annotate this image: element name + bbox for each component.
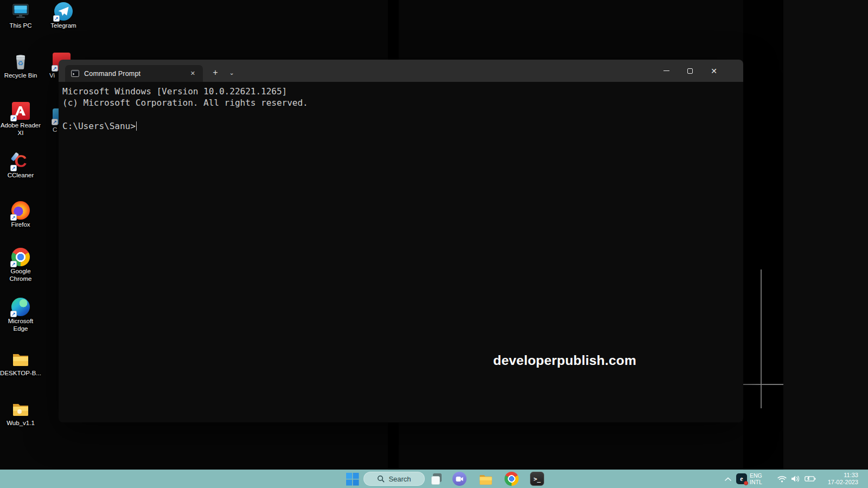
icon-label: Telegram [43, 22, 84, 30]
desktop-icon-google-chrome[interactable]: ↗ Google Chrome [0, 248, 41, 282]
close-button[interactable]: ✕ [702, 60, 726, 82]
desktop-icon-this-pc[interactable]: This PC [0, 2, 41, 30]
wifi-button[interactable] [776, 470, 788, 488]
folder-icon [11, 350, 30, 368]
task-view-icon [431, 473, 442, 485]
maximize-button[interactable] [678, 60, 702, 82]
minimize-button[interactable] [654, 60, 678, 82]
close-icon: ✕ [711, 67, 717, 75]
tray-time: 11:33 [828, 472, 858, 479]
wallpaper-crosshair-horizontal-line [740, 384, 783, 385]
shortcut-arrow-icon: ↗ [52, 119, 58, 125]
folder-icon [11, 400, 30, 418]
task-view-button[interactable] [425, 470, 447, 488]
chat-button[interactable] [449, 470, 470, 488]
shortcut-arrow-icon: ↗ [10, 165, 17, 171]
icon-label: Recycle Bin [0, 72, 41, 80]
desktop-icon-telegram[interactable]: ↗ Telegram [43, 2, 84, 30]
terminal-line: Microsoft Windows [Version 10.0.22621.12… [62, 86, 743, 98]
shortcut-arrow-icon: ↗ [10, 115, 17, 121]
icon-label: This PC [0, 22, 41, 30]
battery-button[interactable] [803, 470, 817, 488]
terminal-line: (c) Microsoft Corporation. All rights re… [62, 98, 743, 109]
minimize-icon [663, 70, 669, 71]
chrome-icon: ↗ [11, 248, 30, 266]
chat-icon [452, 472, 467, 486]
icon-label: Vi [49, 72, 55, 79]
shortcut-arrow-icon: ↗ [53, 15, 60, 22]
taskbar: Search >_ e [0, 470, 868, 488]
svg-text:♻: ♻ [18, 60, 24, 67]
shortcut-arrow-icon: ↗ [52, 65, 58, 72]
icon-label: CCleaner [0, 172, 41, 179]
search-icon [377, 475, 385, 483]
desktop-icon-folder-desktop-b[interactable]: DESKTOP-B... [0, 350, 41, 377]
search-box[interactable]: Search [363, 472, 425, 486]
terminal-content[interactable]: Microsoft Windows [Version 10.0.22621.12… [59, 82, 743, 422]
terminal-blank-line [62, 108, 743, 120]
watermark-text: developerpublish.com [493, 353, 636, 368]
firefox-icon: ↗ [11, 201, 30, 220]
cmd-tab-icon [71, 69, 79, 78]
icon-label: C [53, 126, 57, 133]
this-pc-icon [11, 2, 30, 21]
new-tab-button[interactable]: + [208, 65, 222, 80]
terminal-prompt-line: C:\Users\Sanu> [62, 120, 743, 132]
volume-button[interactable] [789, 470, 801, 488]
wifi-icon [777, 476, 787, 483]
tab-command-prompt[interactable]: Command Prompt ✕ [65, 65, 203, 82]
terminal-titlebar[interactable]: Command Prompt ✕ + ⌄ ✕ [59, 60, 743, 82]
icon-label: DESKTOP-B... [0, 370, 41, 377]
language-line2: INTL [750, 479, 762, 485]
tray-date: 17-02-2023 [828, 479, 858, 486]
shortcut-arrow-icon: ↗ [10, 214, 17, 221]
shortcut-arrow-icon: ↗ [10, 311, 17, 317]
shortcut-arrow-icon: ↗ [10, 261, 17, 267]
desktop-icon-ccleaner[interactable]: C ↗ CCleaner [0, 152, 41, 179]
telegram-icon: ↗ [54, 2, 73, 21]
wallpaper-right-band [783, 0, 868, 470]
chrome-taskbar-button[interactable] [501, 470, 522, 488]
desktop-icon-recycle-bin[interactable]: ♻ Recycle Bin [0, 52, 41, 80]
language-line1: ENG [750, 472, 762, 479]
maximize-icon [687, 68, 693, 74]
desktop-icon-microsoft-edge[interactable]: ↗ Microsoft Edge [0, 298, 41, 332]
tray-overflow-button[interactable] [722, 470, 735, 488]
file-explorer-icon [478, 472, 493, 486]
chrome-icon [505, 472, 519, 486]
icon-label: Google Chrome [0, 268, 41, 282]
terminal-prompt: C:\Users\Sanu> [62, 121, 136, 131]
search-label: Search [388, 475, 411, 483]
desktop-icon-firefox[interactable]: ↗ Firefox [0, 201, 41, 229]
wallpaper-crosshair-vertical-line [761, 269, 762, 408]
clock[interactable]: 11:33 17-02-2023 [828, 470, 858, 488]
desktop-icon-adobe-reader[interactable]: ↗ Adobe Reader XI [0, 102, 41, 137]
edge-icon: ↗ [11, 298, 30, 316]
language-indicator[interactable]: ENG INTL [750, 470, 762, 488]
chevron-up-icon [725, 477, 731, 481]
icon-label: Firefox [0, 221, 41, 229]
icon-label: Wub_v1.1 [0, 420, 41, 427]
start-button[interactable] [341, 470, 363, 488]
antivirus-icon: e [736, 473, 747, 484]
recycle-bin-icon: ♻ [11, 52, 30, 70]
wallpaper-mid-band [743, 0, 783, 470]
volume-icon [791, 475, 800, 483]
tray-antivirus-button[interactable]: e [735, 470, 748, 488]
tab-title: Command Prompt [84, 70, 141, 78]
desktop-icon-folder-wub[interactable]: Wub_v1.1 [0, 400, 41, 427]
terminal-window: Command Prompt ✕ + ⌄ ✕ Microsoft Windows… [59, 60, 743, 422]
icon-label: Microsoft Edge [0, 318, 41, 332]
terminal-taskbar-button[interactable]: >_ [526, 470, 548, 488]
notification-badge [744, 481, 748, 485]
ccleaner-icon: C ↗ [11, 152, 30, 170]
terminal-cursor [136, 121, 137, 131]
tab-dropdown-button[interactable]: ⌄ [225, 65, 239, 80]
windows-logo-icon [346, 472, 359, 486]
battery-icon [805, 476, 816, 482]
file-explorer-button[interactable] [475, 470, 496, 488]
adobe-reader-icon: ↗ [11, 102, 30, 120]
terminal-icon: >_ [530, 472, 544, 486]
icon-label: Adobe Reader XI [0, 122, 41, 137]
tab-close-icon[interactable]: ✕ [188, 69, 197, 78]
